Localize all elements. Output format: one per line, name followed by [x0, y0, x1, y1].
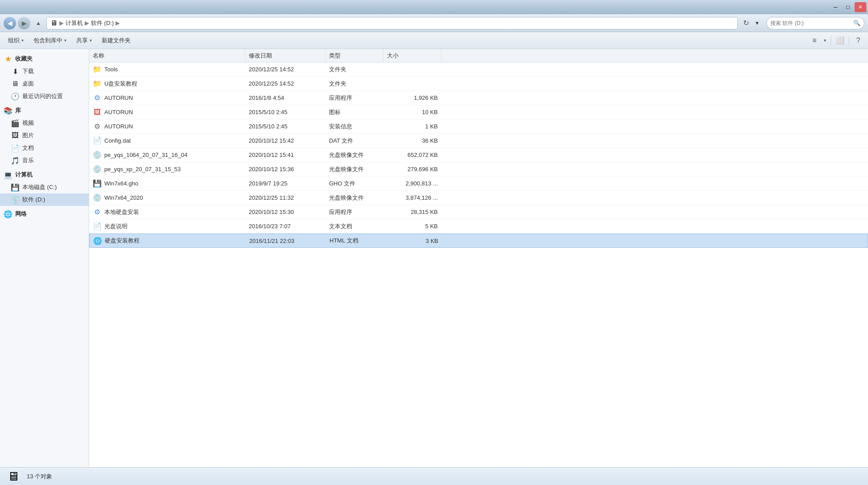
computer-header[interactable]: 💻 计算机: [0, 169, 89, 181]
computer-section: 💻 计算机 💾 本地磁盘 (C:) 💿 软件 (D:): [0, 169, 89, 206]
col-header-size[interactable]: 大小: [383, 49, 441, 62]
status-icon: 🖥: [7, 469, 20, 484]
table-row[interactable]: 📁 Tools 2020/12/25 14:52 文件夹: [89, 62, 868, 77]
sidebar-item-recent[interactable]: 🕐 最近访问的位置: [0, 90, 89, 103]
sidebar-item-downloads[interactable]: ⬇ 下载: [0, 65, 89, 78]
downloads-label: 下载: [22, 67, 34, 75]
up-button[interactable]: ▲: [32, 17, 45, 29]
file-icon: 🖼: [93, 108, 102, 117]
favorites-header[interactable]: ★ 收藏夹: [0, 53, 89, 65]
file-date: 2019/9/7 19:25: [245, 180, 325, 187]
back-button[interactable]: ◀: [4, 17, 16, 29]
file-size: 5 KB: [383, 223, 441, 230]
table-row[interactable]: 💿 pe_yqs_xp_20_07_31_15_53 2020/10/12 15…: [89, 162, 868, 177]
file-date: 2016/10/23 7:07: [245, 223, 325, 230]
view-button[interactable]: ≡: [808, 34, 821, 47]
library-header[interactable]: 📚 库: [0, 104, 89, 117]
file-name-cell: 📁 Tools: [89, 65, 245, 74]
file-icon: 🌐: [93, 236, 102, 245]
path-computer[interactable]: 计算机: [66, 19, 83, 27]
favorites-section: ★ 收藏夹 ⬇ 下载 🖥 桌面 🕐 最近访问的位置: [0, 53, 89, 103]
main-layout: ★ 收藏夹 ⬇ 下载 🖥 桌面 🕐 最近访问的位置 📚 库 �: [0, 49, 868, 467]
table-row[interactable]: 🖼 AUTORUN 2015/5/10 2:45 图标 10 KB: [89, 105, 868, 119]
file-date: 2015/5/10 2:45: [245, 123, 325, 130]
file-date: 2020/12/25 14:52: [245, 80, 325, 87]
col-header-type[interactable]: 类型: [325, 49, 383, 62]
file-name-cell: 📄 Config.dat: [89, 136, 245, 145]
address-dropdown[interactable]: ▾: [754, 17, 765, 29]
file-icon: 📄: [93, 222, 102, 231]
network-icon: 🌐: [4, 210, 12, 218]
library-section: 📚 库 🎬 视频 🖼 图片 📄 文档 🎵 音乐: [0, 104, 89, 167]
column-headers: 名称 修改日期 类型 大小: [89, 49, 868, 62]
file-size: 10 KB: [383, 109, 441, 115]
table-row[interactable]: 🌐 硬盘安装教程 2016/11/21 22:03 HTML 文档 3 KB: [89, 234, 868, 248]
forward-button[interactable]: ▶: [18, 17, 30, 29]
table-row[interactable]: ⚙ AUTORUN 2016/1/8 4:54 应用程序 1,926 KB: [89, 91, 868, 105]
table-row[interactable]: 📄 光盘说明 2016/10/23 7:07 文本文档 5 KB: [89, 219, 868, 234]
table-row[interactable]: 📁 U盘安装教程 2020/12/25 14:52 文件夹: [89, 77, 868, 91]
sidebar-item-video[interactable]: 🎬 视频: [0, 117, 89, 129]
help-button[interactable]: ?: [852, 34, 864, 47]
file-type: 光盘映像文件: [325, 165, 383, 173]
file-name-text: Win7x64_2020: [104, 194, 143, 201]
file-name-text: 光盘说明: [104, 222, 128, 230]
table-row[interactable]: ⚙ 本地硬盘安装 2020/10/12 15:30 应用程序 28,315 KB: [89, 205, 868, 219]
pictures-label: 图片: [22, 132, 34, 140]
sidebar-item-music[interactable]: 🎵 音乐: [0, 154, 89, 167]
search-box[interactable]: 🔍: [766, 17, 864, 29]
view-dropdown-button[interactable]: ▾: [822, 34, 828, 47]
col-header-name[interactable]: 名称: [89, 49, 245, 62]
file-type: 应用程序: [325, 94, 383, 102]
organize-button[interactable]: 组织 ▾: [4, 34, 28, 47]
refresh-button[interactable]: ↻: [740, 17, 752, 29]
network-section: 🌐 网络: [0, 208, 89, 220]
file-name-text: pe_yqs_1064_20_07_31_16_04: [104, 152, 188, 158]
table-row[interactable]: 💿 Win7x64_2020 2020/12/25 11:32 光盘映像文件 3…: [89, 191, 868, 205]
share-button[interactable]: 共享 ▾: [72, 34, 96, 47]
file-name-text: Win7x64.gho: [104, 180, 138, 187]
documents-label: 文档: [22, 144, 34, 152]
network-header[interactable]: 🌐 网络: [0, 208, 89, 220]
file-name-text: AUTORUN: [104, 95, 133, 101]
search-icon: 🔍: [853, 20, 860, 26]
new-folder-button[interactable]: 新建文件夹: [97, 34, 135, 47]
path-separator-3: ▶: [115, 20, 120, 26]
file-type: 光盘映像文件: [325, 151, 383, 159]
computer-label: 计算机: [15, 171, 33, 179]
path-separator-2: ▶: [85, 20, 89, 26]
address-bar: ◀ ▶ ▲ 🖥 ▶ 计算机 ▶ 软件 (D:) ▶ ↻ ▾ 🔍: [0, 14, 868, 32]
table-row[interactable]: 💿 pe_yqs_1064_20_07_31_16_04 2020/10/12 …: [89, 148, 868, 162]
file-type: 光盘映像文件: [325, 194, 383, 202]
sidebar: ★ 收藏夹 ⬇ 下载 🖥 桌面 🕐 最近访问的位置 📚 库 �: [0, 49, 89, 467]
sidebar-item-desktop[interactable]: 🖥 桌面: [0, 78, 89, 90]
toolbar-separator-2: [849, 36, 849, 45]
path-drive[interactable]: 软件 (D:): [91, 19, 114, 27]
file-name-text: AUTORUN: [104, 123, 133, 130]
file-name-cell: 💾 Win7x64.gho: [89, 179, 245, 188]
preview-button[interactable]: ⬜: [834, 34, 846, 47]
file-type: 应用程序: [325, 208, 383, 216]
library-label: 库: [15, 107, 21, 115]
search-input[interactable]: [770, 20, 852, 26]
sidebar-item-software-d[interactable]: 💿 软件 (D:): [0, 193, 89, 206]
include-button[interactable]: 包含到库中 ▾: [29, 34, 71, 47]
file-name-cell: 📄 光盘说明: [89, 222, 245, 231]
table-row[interactable]: ⚙ AUTORUN 2015/5/10 2:45 安装信息 1 KB: [89, 119, 868, 134]
maximize-button[interactable]: □: [842, 2, 854, 12]
table-row[interactable]: 💾 Win7x64.gho 2019/9/7 19:25 GHO 文件 2,90…: [89, 177, 868, 191]
table-row[interactable]: 📄 Config.dat 2020/10/12 15:42 DAT 文件 36 …: [89, 134, 868, 148]
sidebar-item-documents[interactable]: 📄 文档: [0, 142, 89, 154]
col-header-date[interactable]: 修改日期: [245, 49, 325, 62]
file-name-cell: 📁 U盘安装教程: [89, 79, 245, 88]
title-bar: ─ □ ✕: [0, 0, 868, 14]
file-name-text: U盘安装教程: [104, 80, 137, 88]
close-button[interactable]: ✕: [855, 2, 866, 12]
sidebar-item-local-c[interactable]: 💾 本地磁盘 (C:): [0, 181, 89, 193]
include-label: 包含到库中: [33, 37, 62, 45]
file-size: 652,072 KB: [383, 152, 441, 158]
file-date: 2020/12/25 11:32: [245, 194, 325, 201]
address-path[interactable]: 🖥 ▶ 计算机 ▶ 软件 (D:) ▶: [46, 17, 738, 29]
minimize-button[interactable]: ─: [830, 2, 841, 12]
sidebar-item-pictures[interactable]: 🖼 图片: [0, 129, 89, 142]
